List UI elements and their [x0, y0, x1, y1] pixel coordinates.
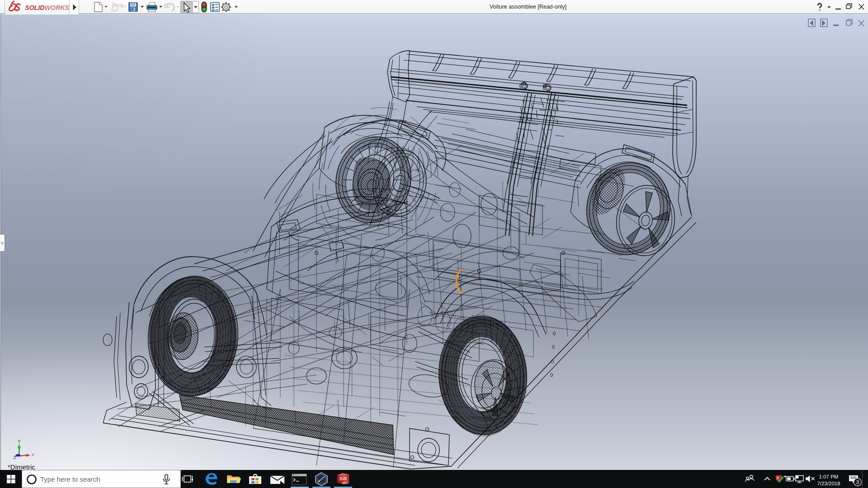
svg-text:SW: SW — [340, 476, 347, 481]
svg-text:C:\.: C:\. — [293, 474, 298, 476]
svg-text:3: 3 — [856, 479, 859, 485]
svg-text:7/23/2018: 7/23/2018 — [817, 481, 840, 486]
svg-text:1:07 PM: 1:07 PM — [819, 474, 839, 479]
svg-text:2017: 2017 — [342, 481, 349, 484]
svg-text:S: S — [777, 476, 779, 479]
